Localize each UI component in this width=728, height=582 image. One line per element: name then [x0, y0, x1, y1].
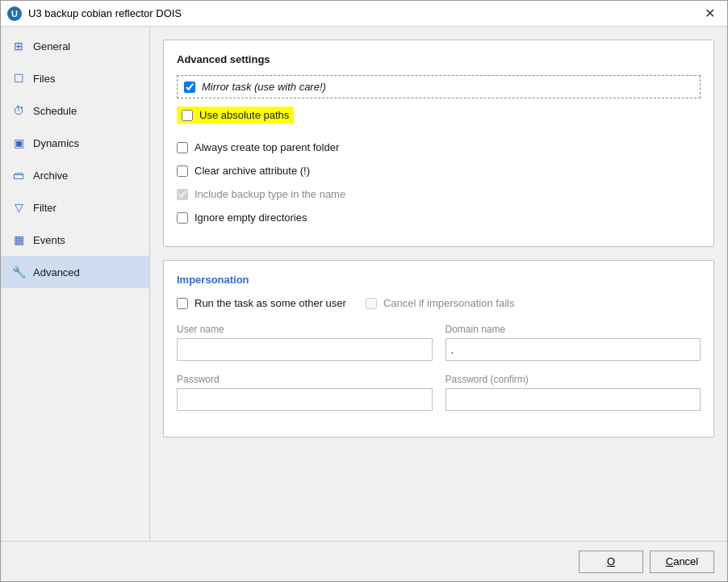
highlight-wrapper: Use absolute paths — [177, 107, 294, 124]
clear-archive-label[interactable]: Clear archive attribute (!) — [195, 165, 310, 177]
password-confirm-label: Password (confirm) — [446, 374, 701, 385]
footer: O Cancel — [1, 541, 727, 581]
ignore-empty-row: Ignore empty directories — [177, 210, 701, 225]
sidebar-item-label: Archive — [33, 170, 68, 182]
absolute-paths-label[interactable]: Use absolute paths — [199, 109, 289, 121]
clear-archive-checkbox[interactable] — [177, 165, 188, 177]
general-icon: ⊞ — [10, 38, 27, 54]
username-domain-row: User name Domain name — [177, 324, 701, 361]
include-backup-label: Include backup type in the name — [195, 188, 345, 200]
ignore-empty-label[interactable]: Ignore empty directories — [195, 211, 307, 224]
sidebar-item-advanced[interactable]: 🔧 Advanced — [1, 256, 149, 288]
run-as-checkbox[interactable] — [177, 298, 188, 309]
cancel-fails-label: Cancel if impersonation fails — [383, 297, 515, 309]
close-button[interactable]: ✕ — [698, 2, 721, 25]
archive-icon: 🗃 — [10, 167, 27, 183]
domain-group: Domain name — [446, 324, 701, 361]
advanced-icon: 🔧 — [10, 264, 27, 280]
sidebar-item-filter[interactable]: ▽ Filter — [1, 191, 149, 224]
sidebar-item-files[interactable]: ☐ Files — [1, 62, 149, 94]
advanced-settings-section: Advanced settings Mirror task (use with … — [163, 40, 714, 247]
always-create-label[interactable]: Always create top parent folder — [195, 141, 339, 153]
filter-icon: ▽ — [10, 199, 27, 216]
mirror-task-row: Mirror task (use with care!) — [177, 75, 701, 98]
sidebar-item-archive[interactable]: 🗃 Archive — [1, 159, 149, 191]
sidebar-item-label: Dynamics — [33, 137, 79, 149]
ok-underline: O — [607, 555, 615, 567]
sidebar-item-label: Events — [33, 234, 65, 246]
dynamics-icon: ▣ — [10, 135, 27, 151]
include-backup-checkbox[interactable] — [177, 189, 188, 200]
password-confirm-input[interactable] — [446, 388, 701, 411]
impersonation-section: Impersonation Run the task as some other… — [163, 260, 714, 438]
cancel-fails-checkbox[interactable] — [366, 298, 377, 309]
schedule-icon: ⏱ — [10, 103, 27, 119]
impersonation-top-row: Run the task as some other user Cancel i… — [177, 295, 701, 311]
sidebar-item-label: Filter — [33, 202, 56, 214]
include-backup-row: Include backup type in the name — [177, 186, 701, 202]
advanced-settings-title: Advanced settings — [177, 53, 701, 65]
sidebar-item-label: Schedule — [33, 105, 77, 117]
mirror-task-checkbox[interactable] — [184, 82, 195, 93]
sidebar-item-schedule[interactable]: ⏱ Schedule — [1, 94, 149, 127]
cancel-underline: Cancel — [666, 555, 698, 567]
password-group: Password — [177, 374, 433, 411]
run-as-label[interactable]: Run the task as some other user — [195, 297, 346, 309]
sidebar-item-label: Files — [33, 73, 55, 85]
sidebar-item-dynamics[interactable]: ▣ Dynamics — [1, 127, 149, 159]
domain-label: Domain name — [446, 324, 701, 335]
absolute-paths-checkbox[interactable] — [182, 110, 193, 121]
files-icon: ☐ — [10, 70, 27, 86]
username-group: User name — [177, 324, 433, 361]
cancel-button[interactable]: Cancel — [650, 551, 714, 573]
sidebar-item-general[interactable]: ⊞ General — [1, 30, 149, 62]
password-input[interactable] — [177, 388, 433, 411]
sidebar-item-label: Advanced — [33, 266, 80, 278]
always-create-checkbox[interactable] — [177, 142, 188, 153]
cancel-impersonation-row: Cancel if impersonation fails — [366, 297, 515, 309]
run-as-row: Run the task as some other user — [177, 295, 346, 311]
password-row: Password Password (confirm) — [177, 374, 701, 411]
username-label: User name — [177, 324, 433, 335]
content-area: Advanced settings Mirror task (use with … — [150, 27, 727, 541]
domain-input[interactable] — [446, 338, 701, 361]
sidebar: ⊞ General ☐ Files ⏱ Schedule ▣ Dynamics … — [1, 27, 150, 541]
absolute-paths-row: Use absolute paths — [177, 107, 701, 132]
impersonation-title: Impersonation — [177, 274, 701, 286]
ignore-empty-checkbox[interactable] — [177, 212, 188, 224]
events-icon: ▦ — [10, 232, 27, 248]
sidebar-item-events[interactable]: ▦ Events — [1, 224, 149, 256]
password-confirm-group: Password (confirm) — [446, 374, 701, 411]
window-title: U3 backup cobian reflector DOIS — [28, 7, 698, 19]
main-content: ⊞ General ☐ Files ⏱ Schedule ▣ Dynamics … — [1, 27, 727, 541]
sidebar-item-label: General — [33, 40, 70, 52]
password-label: Password — [177, 374, 433, 385]
mirror-task-label[interactable]: Mirror task (use with care!) — [202, 81, 326, 93]
username-input[interactable] — [177, 338, 433, 361]
title-bar: U U3 backup cobian reflector DOIS ✕ — [1, 1, 727, 27]
ok-button[interactable]: O — [579, 551, 643, 573]
app-icon: U — [7, 6, 22, 21]
always-create-row: Always create top parent folder — [177, 140, 701, 155]
main-window: U U3 backup cobian reflector DOIS ✕ ⊞ Ge… — [0, 0, 728, 582]
clear-archive-row: Clear archive attribute (!) — [177, 163, 701, 178]
